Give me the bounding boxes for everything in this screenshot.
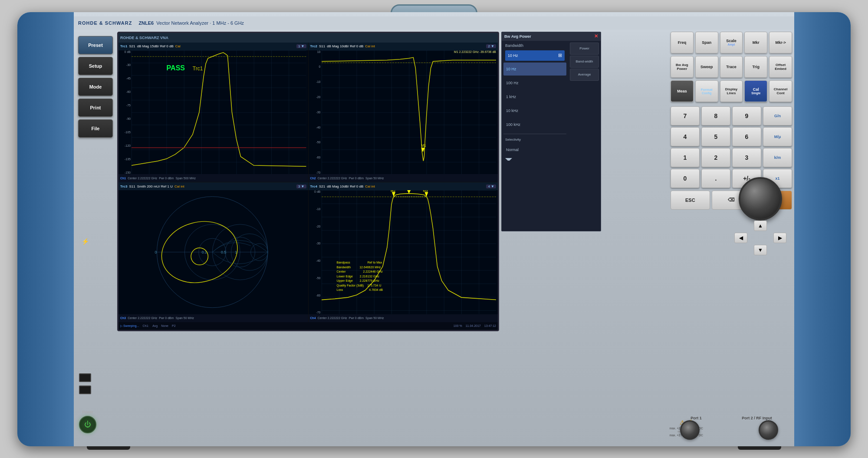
- trace-button[interactable]: Trace: [720, 56, 743, 78]
- q2-meas-label: S11: [319, 44, 325, 48]
- usb-port-2[interactable]: [79, 386, 91, 394]
- num-0[interactable]: 0: [671, 169, 700, 188]
- channel-cont-button[interactable]: Channel Cont: [769, 80, 792, 102]
- sweep-button[interactable]: Sweep: [695, 56, 718, 78]
- q1-meas-label: S21: [129, 44, 135, 48]
- q2-y-labels: 10 0 -10 -20 -30 -40 -50 -60 -70: [309, 50, 322, 175]
- unit-gn[interactable]: G/n: [763, 106, 792, 125]
- setup-button[interactable]: Setup: [78, 57, 113, 75]
- port2-connector: [759, 420, 778, 440]
- q2-grid: M1: [322, 50, 496, 175]
- num-8[interactable]: 8: [701, 106, 730, 125]
- span-button[interactable]: Span: [695, 32, 718, 53]
- bandwidth-section-label: Bandwidth: [503, 43, 566, 49]
- q3-footer: Ch3 Center 2.222222 GHz Pwr 0 dBm Span 5…: [118, 314, 308, 322]
- bw-avg-power-button[interactable]: Bw Avg Power: [671, 56, 694, 78]
- rotary-knob[interactable]: [739, 177, 782, 221]
- mode-button[interactable]: Mode: [78, 78, 113, 96]
- q1-num-label: 1 ▼: [296, 44, 306, 48]
- num-6[interactable]: 6: [732, 127, 761, 146]
- q1-header: Trc1 S21 dB Mag 15dB/ Ref 0 dB Cal 1 ▼: [118, 43, 308, 50]
- q1-footer: Ch1 Center 2.222222 GHz Pwr 0 dBm Span 5…: [118, 174, 308, 182]
- bandwidth-btn[interactable]: Band-width: [570, 56, 599, 68]
- port-connectors: [668, 420, 790, 440]
- power-label: Power: [82, 410, 93, 414]
- q1-format-label: dB Mag 15dB/ Ref 0 dB: [137, 44, 174, 48]
- mkr-arrow-button[interactable]: Mkr->: [769, 32, 792, 53]
- svg-rect-0: [132, 50, 306, 175]
- nav-cross: ▲ ◀ ▶ ▼: [734, 221, 786, 255]
- percent-label: 100 %: [454, 324, 462, 327]
- nav-left-button[interactable]: ◀: [734, 233, 747, 243]
- q3-trc-label: Trc3: [120, 185, 127, 188]
- bw-input-display[interactable]: 10 Hz ⊞: [505, 50, 565, 61]
- q3-format-label: Smith 200 mU/ Ref 1 U: [137, 185, 173, 188]
- q4-trc-label: Trc4: [310, 185, 317, 188]
- nav-down-button[interactable]: ▼: [754, 245, 767, 255]
- num-dot[interactable]: .: [701, 169, 730, 188]
- func-row-2: Bw Avg Power Sweep Trace Trig Offset Emb…: [671, 56, 792, 78]
- usb-port-1[interactable]: [79, 373, 91, 382]
- unit-km[interactable]: k/m: [763, 148, 792, 167]
- meas-button[interactable]: Meas: [671, 80, 694, 102]
- average-btn[interactable]: Average: [570, 69, 599, 81]
- func-row-1: Freq Span Scale Ampt Mkr Mkr->: [671, 32, 792, 53]
- svg-text:PASS: PASS: [167, 63, 185, 71]
- bandpass-info: BandpassRef to Max Bandwidth12.646620 MH…: [337, 260, 383, 293]
- power-button[interactable]: ⏻: [79, 416, 96, 433]
- preset-button[interactable]: Preset: [78, 36, 113, 54]
- selectivity-value[interactable]: Normal: [503, 143, 566, 156]
- selectivity-arrow: [505, 158, 512, 161]
- screen-status-bar: ▷ Sweeping... Ch1: Avg None P2 100 % 11.…: [118, 322, 498, 330]
- num-9[interactable]: 9: [732, 106, 761, 125]
- format-config-button[interactable]: Format Config: [695, 80, 718, 102]
- esc-button[interactable]: ESC: [671, 191, 710, 210]
- bw-item-1khz[interactable]: 1 kHz: [503, 90, 566, 103]
- trig-button[interactable]: Trig: [744, 56, 767, 78]
- rotary-knob-area: [734, 173, 786, 225]
- svg-text:M1: M1: [421, 144, 426, 148]
- bw-panel-header: Bw Avg Power ✕: [502, 32, 601, 41]
- offset-embed-button[interactable]: Offset Embed: [769, 56, 792, 78]
- scale-ampt-button[interactable]: Scale Ampt: [720, 32, 743, 53]
- ch1-label: Ch1:: [143, 324, 149, 327]
- nav-right-button[interactable]: ▶: [773, 233, 786, 243]
- func-row-3: Meas Format Config Display Lines Cal Sin…: [671, 80, 792, 102]
- bw-panel-close[interactable]: ✕: [594, 33, 598, 39]
- svg-text:M4: M4: [406, 190, 411, 191]
- cal-single-button[interactable]: Cal Single: [744, 80, 767, 102]
- bw-item-100hz[interactable]: 100 Hz: [503, 76, 566, 89]
- bw-item-100khz[interactable]: 100 kHz: [503, 118, 566, 131]
- brand-logo: ROHDE & SCHWARZ: [78, 20, 132, 26]
- file-button[interactable]: File: [78, 119, 113, 138]
- quadrant-2: Trc2 S11 dB Mag 10dB/ Ref 0 dB Cal int 2…: [309, 43, 498, 182]
- svg-text:M3: M3: [423, 190, 427, 193]
- freq-button[interactable]: Freq: [671, 32, 694, 53]
- none-label: None: [161, 324, 168, 327]
- q2-marker-display: M1 2.223222 GHz -39.6736 dB: [454, 50, 496, 53]
- num-5[interactable]: 5: [701, 127, 730, 146]
- date-label: 11.04.2017: [466, 324, 481, 327]
- num-4[interactable]: 4: [671, 127, 700, 146]
- unit-mu[interactable]: M/μ: [763, 127, 792, 146]
- usb-ports: [79, 373, 91, 394]
- print-button[interactable]: Print: [78, 99, 113, 117]
- q2-header: Trc2 S11 dB Mag 10dB/ Ref 0 dB Cal int 2…: [309, 43, 498, 50]
- svg-text:0.2: 0.2: [202, 250, 207, 254]
- nav-up-button[interactable]: ▲: [754, 221, 767, 231]
- port1-connector: [680, 420, 700, 440]
- quadrant-3: Trc3 S11 Smith 200 mU/ Ref 1 U Cal int 3…: [118, 182, 308, 322]
- bw-right-buttons: Power Band-width Average: [568, 41, 601, 231]
- q2-num-label: 2 ▼: [486, 44, 496, 48]
- bw-item-10khz[interactable]: 10 kHz: [503, 104, 566, 117]
- bw-item-10hz[interactable]: 10 Hz: [503, 63, 566, 76]
- num-3[interactable]: 3: [732, 148, 761, 167]
- svg-text:0: 0: [155, 250, 157, 254]
- num-2[interactable]: 2: [701, 148, 730, 167]
- display-lines-button[interactable]: Display Lines: [720, 80, 743, 102]
- avg-label: Avg: [152, 324, 158, 327]
- mkr-button[interactable]: Mkr: [744, 32, 767, 53]
- num-1[interactable]: 1: [671, 148, 700, 167]
- power-btn[interactable]: Power: [570, 43, 599, 55]
- num-7[interactable]: 7: [671, 106, 700, 125]
